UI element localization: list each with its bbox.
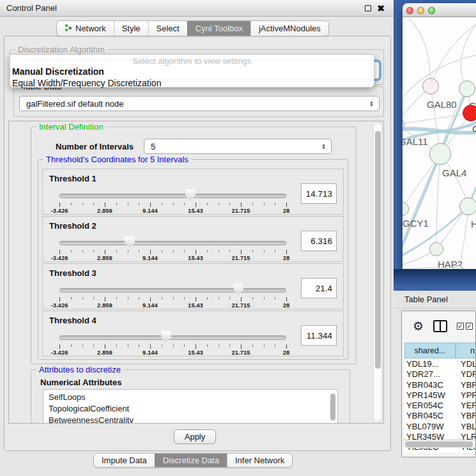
tab-discretize-data[interactable]: Discretize Data — [155, 454, 227, 467]
top-tab-bar: NetworkStyleSelectCyni ToolboxjActiveMNo… — [56, 20, 329, 36]
slider-tick — [82, 297, 83, 300]
network-node-hap2[interactable] — [429, 242, 443, 256]
table-panel-header: Table Panel — [394, 291, 476, 309]
slider-tick — [173, 344, 174, 347]
slider-tick-label: 21.715 — [231, 254, 250, 261]
checkbox-icon[interactable]: ✓ — [457, 323, 464, 330]
slider-tick-label: 9.144 — [142, 302, 158, 309]
slider-tick — [150, 203, 151, 207]
slider-tick — [173, 297, 174, 300]
slider-tick — [286, 297, 287, 302]
control-panel: Control Panel ✖ NetworkStyleSelectCyni T… — [0, 0, 394, 476]
slider-tick — [162, 250, 162, 252]
threshold-slider-track[interactable] — [59, 288, 286, 293]
slider-tick — [264, 344, 265, 347]
slider-tick-label: 2.859 — [97, 302, 112, 309]
tab-network[interactable]: Network — [57, 21, 114, 36]
attribute-list-item[interactable]: BetweennessCentrality — [43, 415, 337, 424]
slider-tick — [59, 344, 60, 349]
attributes-list-scrollbar[interactable] — [330, 392, 336, 424]
slider-tick — [173, 250, 174, 252]
number-of-intervals-combobox[interactable]: 5 ▲▼ — [144, 139, 332, 154]
threshold-value-field[interactable] — [301, 231, 337, 251]
network-node-h[interactable] — [459, 197, 476, 215]
minimize-traffic-light-icon[interactable] — [417, 7, 424, 14]
table-row[interactable]: YBL079WYBL0 — [404, 422, 476, 432]
tab-cyni-toolbox[interactable]: Cyni Toolbox — [187, 21, 250, 36]
threshold-slider-track[interactable] — [59, 335, 286, 340]
network-node-c[interactable] — [463, 105, 476, 121]
tab-style[interactable]: Style — [114, 21, 148, 36]
dropdown-hint: Select algorithm to view settings — [10, 56, 374, 66]
threshold-value-field[interactable] — [301, 183, 337, 204]
network-node-gal80[interactable] — [422, 78, 439, 95]
attributes-group: Attributes to discretize Numerical Attri… — [31, 369, 350, 424]
slider-tick — [128, 203, 128, 205]
close-traffic-light-icon[interactable] — [406, 7, 413, 14]
slider-tick — [82, 250, 83, 252]
network-canvas[interactable]: GAL80GACGAL11GAL4GCY1HHAP2 — [403, 17, 476, 269]
threshold-slider-handle[interactable] — [233, 284, 243, 295]
zoom-traffic-light-icon[interactable] — [428, 7, 435, 14]
tab-label: Infer Network — [235, 456, 284, 465]
slider-tick — [207, 297, 208, 300]
attribute-list-item[interactable]: TopologicalCoefficient — [43, 403, 337, 415]
slider-tick-label: 9.144 — [142, 349, 158, 356]
gear-icon[interactable]: ⚙ — [413, 320, 424, 332]
slider-tick — [105, 344, 105, 349]
threshold-value-field[interactable] — [301, 325, 337, 346]
table-cell: YER054C — [404, 401, 456, 411]
table-row[interactable]: YDL19...YDL1 — [404, 359, 476, 369]
table-cell: YPR1 — [456, 390, 476, 401]
dropdown-option-manual-discretization[interactable]: Manual Discretization — [10, 66, 374, 77]
slider-tick — [241, 250, 242, 254]
network-view-window[interactable]: GAL80GACGAL11GAL4GCY1HHAP2 — [403, 3, 476, 269]
attribute-list-item[interactable]: SelfLoops — [43, 392, 337, 403]
tab-impute-data[interactable]: Impute Data — [94, 454, 155, 467]
slider-tick — [184, 250, 185, 252]
slider-tick-label: 2.859 — [97, 254, 112, 261]
table-row[interactable]: YDR27...YDR2 — [404, 369, 476, 380]
cyni-toolbox-panel: Discretization Algorithm ▲▼ Table Data g… — [4, 36, 391, 451]
slider-tick — [184, 203, 185, 205]
tab-jactivemnodules[interactable]: jActiveMNodules — [250, 21, 328, 36]
table-row[interactable]: YER054CYER0 — [404, 401, 476, 411]
table-row[interactable]: YPR145WYPR1 — [404, 390, 476, 401]
threshold-slider-handle[interactable] — [161, 331, 171, 342]
slider-tick-label: 2.859 — [97, 349, 112, 356]
settings-scroll-viewport: Interval Definition Number of Intervals … — [8, 121, 384, 424]
settings-vertical-scrollbar[interactable] — [373, 123, 382, 422]
threshold-slider-track[interactable] — [59, 194, 286, 198]
table-data-group: Table Data galFiltered.sif default node … — [13, 86, 384, 117]
threshold-slider-track[interactable] — [59, 241, 286, 245]
network-window-titlebar — [403, 3, 476, 17]
network-node-label: GAL4 — [442, 167, 466, 178]
right-panel: GAL80GACGAL11GAL4GCY1HHAP2 Table Panel ⚙… — [394, 0, 476, 476]
chevron-updown-icon: ▲▼ — [369, 100, 374, 107]
apply-button[interactable]: Apply — [174, 429, 216, 444]
split-columns-icon[interactable] — [433, 320, 447, 332]
tab-label: Impute Data — [102, 456, 147, 465]
table-row[interactable]: YBR045CYBR0 — [404, 411, 476, 421]
float-window-icon[interactable] — [365, 5, 371, 12]
slider-tick — [71, 250, 72, 252]
table-horizontal-scrollbar[interactable] — [403, 440, 476, 448]
tab-select[interactable]: Select — [148, 21, 187, 36]
network-node-label: GAL11 — [403, 136, 428, 147]
numerical-attributes-list[interactable]: SelfLoopsTopologicalCoefficientBetweenne… — [43, 389, 338, 424]
threshold-slider-handle[interactable] — [125, 236, 135, 248]
threshold-value-field[interactable] — [301, 278, 337, 298]
slider-tick — [252, 297, 253, 300]
checkbox-icon[interactable]: ✓ — [466, 323, 473, 330]
network-node-ga[interactable] — [459, 81, 475, 97]
table-data-combobox[interactable]: galFiltered.sif default node ▲▼ — [19, 96, 380, 111]
close-icon[interactable]: ✖ — [377, 5, 385, 12]
dropdown-option-equal-width-frequency[interactable]: Equal Width/Frequency Discretization — [10, 77, 374, 89]
threshold-slider-handle[interactable] — [185, 189, 196, 201]
table-column-header[interactable]: shared... — [404, 342, 456, 358]
tab-infer-network[interactable]: Infer Network — [227, 454, 292, 467]
table-row[interactable]: YBR043CYBR0 — [404, 380, 476, 390]
network-node-gal4[interactable] — [429, 143, 451, 165]
table-cell: YBR045C — [404, 411, 456, 421]
table-column-header[interactable]: n... — [456, 342, 476, 358]
